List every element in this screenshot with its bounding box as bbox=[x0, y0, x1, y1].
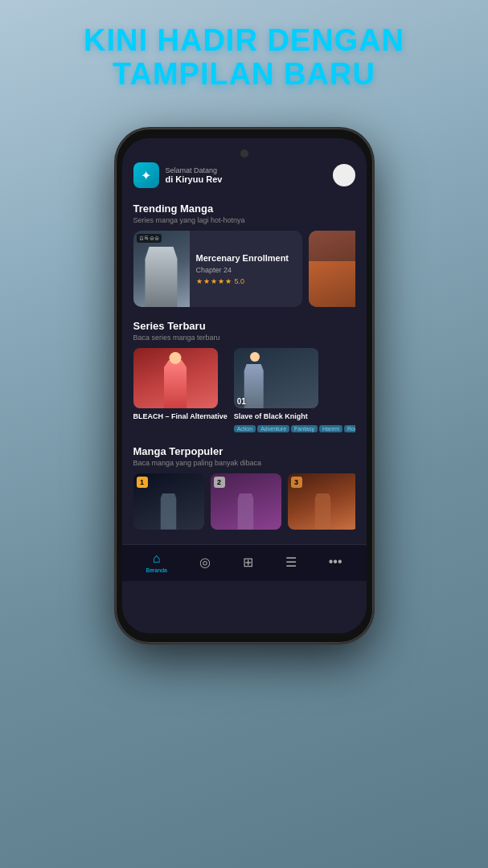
popular-title: Manga Terpopuler bbox=[133, 445, 355, 457]
trending-card-1[interactable]: 김독 승승 Mercenary Enrollment Chapter 24 ★ … bbox=[133, 231, 302, 307]
screen-content: ✦ Selamat Datang di Kiryuu Rev Trending … bbox=[122, 138, 367, 633]
appname-text: di Kiryuu Rev bbox=[166, 174, 223, 184]
phone-screen: ✦ Selamat Datang di Kiryuu Rev Trending … bbox=[122, 138, 367, 633]
rank-badge-2: 2 bbox=[214, 477, 225, 488]
tag-adventure: Adventure bbox=[257, 425, 289, 432]
rating-num-1: 5.0 bbox=[235, 277, 245, 285]
nav-icon-more: ••• bbox=[329, 555, 342, 569]
nav-item-beranda[interactable]: ⌂ Beranda bbox=[146, 551, 166, 573]
trending-scroll[interactable]: 김독 승승 Mercenary Enrollment Chapter 24 ★ … bbox=[133, 231, 355, 307]
popular-subtitle: Baca manga yang paling banyak dibaca bbox=[133, 459, 355, 467]
series-card-title-2: Slave of Black Knight bbox=[234, 412, 355, 422]
series-section: Series Terbaru Baca series manga terbaru… bbox=[122, 313, 367, 439]
popular-card-2[interactable]: 2 bbox=[211, 473, 281, 530]
nav-item-list[interactable]: ☰ bbox=[285, 555, 297, 570]
series-subtitle: Baca series manga terbaru bbox=[133, 334, 355, 342]
popular-card-img-3: 3 bbox=[288, 473, 355, 530]
series-title: Series Terbaru bbox=[133, 320, 355, 332]
star-4: ★ bbox=[218, 277, 224, 285]
tag-harem: Harem bbox=[319, 425, 342, 432]
app-logo-icon: ✦ bbox=[133, 162, 159, 188]
popular-card-3[interactable]: 3 bbox=[288, 473, 355, 530]
series-card-img-2: 01 bbox=[234, 348, 318, 408]
phone-frame: ✦ Selamat Datang di Kiryuu Rev Trending … bbox=[116, 129, 373, 643]
header-line2: TAMPILAN BARU bbox=[0, 58, 488, 92]
tc-chapter-1: Chapter 24 bbox=[196, 266, 296, 274]
popular-card-img-2: 2 bbox=[211, 473, 281, 530]
star-1: ★ bbox=[196, 277, 203, 285]
series-card-1[interactable]: BLEACH – Final Alternative bbox=[133, 348, 228, 432]
nav-icon-library: ⊞ bbox=[243, 555, 253, 570]
series-card-tags-2: Action Adventure Fantasy Harem Romance S… bbox=[234, 425, 355, 432]
rank-badge-3: 3 bbox=[291, 477, 302, 488]
series-card-img-1 bbox=[133, 348, 218, 408]
series-card-title-1: BLEACH – Final Alternative bbox=[133, 412, 228, 422]
star-5: ★ bbox=[225, 277, 232, 285]
series-card-2[interactable]: 01 Slave of Black Knight Action Adventur… bbox=[234, 348, 355, 432]
cover-figure bbox=[141, 247, 182, 307]
bottom-nav: ⌂ Beranda ◎ ⊞ ☰ ••• bbox=[122, 544, 367, 581]
series-img-num-2: 01 bbox=[237, 397, 246, 406]
star-2: ★ bbox=[203, 277, 210, 285]
tc-title-1: Mercenary Enrollment bbox=[196, 252, 296, 264]
tag-action: Action bbox=[234, 425, 256, 432]
tag-romance: Romance bbox=[344, 425, 355, 432]
trending-subtitle: Series manga yang lagi hot-hotnya bbox=[133, 216, 355, 224]
trending-section: Trending Manga Series manga yang lagi ho… bbox=[122, 196, 367, 313]
nav-label-beranda: Beranda bbox=[146, 567, 166, 573]
camera-notch bbox=[240, 149, 248, 158]
user-avatar[interactable] bbox=[333, 164, 355, 186]
popular-card-1[interactable]: 1 bbox=[133, 473, 204, 530]
app-bar-text: Selamat Datang di Kiryuu Rev bbox=[166, 166, 223, 184]
header-line1: KINI HADIR DENGAN bbox=[0, 24, 488, 58]
tag-fantasy: Fantasy bbox=[291, 425, 318, 432]
trending-card-cover-2 bbox=[309, 231, 355, 307]
nav-icon-discover: ◎ bbox=[199, 555, 211, 570]
nav-item-discover[interactable]: ◎ bbox=[199, 555, 211, 570]
trending-title: Trending Manga bbox=[133, 203, 355, 215]
popular-section: Manga Terpopuler Baca manga yang paling … bbox=[122, 439, 367, 536]
app-bar-left: ✦ Selamat Datang di Kiryuu Rev bbox=[133, 162, 223, 188]
header-banner: KINI HADIR DENGAN TAMPILAN BARU bbox=[0, 24, 488, 92]
nav-icon-home: ⌂ bbox=[153, 551, 161, 566]
popular-scroll[interactable]: 1 2 3 bbox=[133, 473, 355, 530]
trending-card-info-1: Mercenary Enrollment Chapter 24 ★ ★ ★ ★ … bbox=[190, 246, 302, 291]
cover-badge: 김독 승승 bbox=[137, 234, 162, 243]
trending-card-cover-1: 김독 승승 bbox=[133, 231, 190, 307]
nav-item-more[interactable]: ••• bbox=[329, 555, 342, 569]
trending-card-2[interactable] bbox=[309, 231, 355, 307]
greeting-text: Selamat Datang bbox=[166, 166, 223, 174]
series-scroll[interactable]: BLEACH – Final Alternative 01 Slave of B… bbox=[133, 348, 355, 432]
star-3: ★ bbox=[211, 277, 217, 285]
rank-badge-1: 1 bbox=[137, 477, 148, 488]
rating-stars-1: ★ ★ ★ ★ ★ 5.0 bbox=[196, 277, 296, 285]
app-bar: ✦ Selamat Datang di Kiryuu Rev bbox=[122, 138, 367, 196]
popular-card-img-1: 1 bbox=[133, 473, 204, 530]
nav-icon-list: ☰ bbox=[285, 555, 297, 570]
nav-item-library[interactable]: ⊞ bbox=[243, 555, 253, 570]
